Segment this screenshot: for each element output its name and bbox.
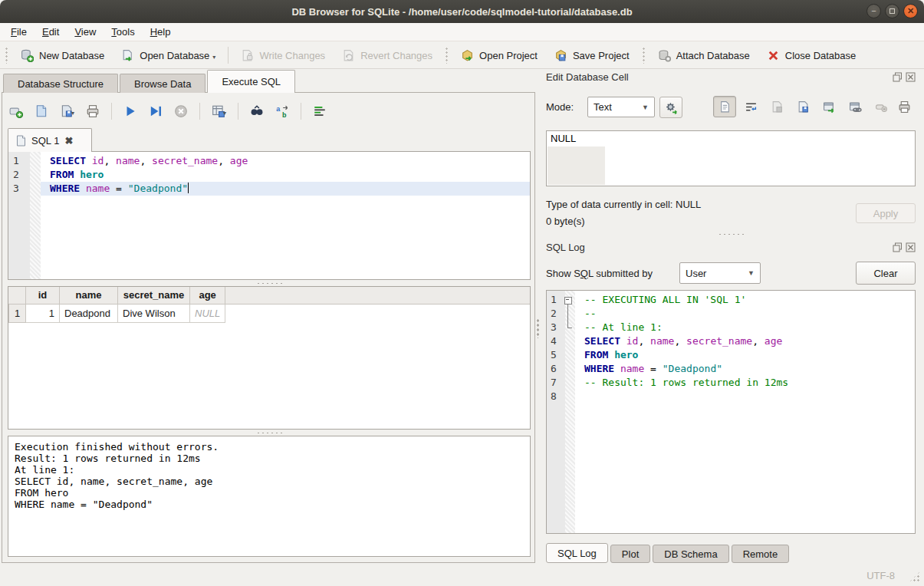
open-database-button[interactable]: Open Database ▾ — [117, 46, 220, 65]
import-cell-data-button[interactable] — [765, 96, 788, 117]
apply-button[interactable]: Apply — [856, 203, 916, 223]
menu-file[interactable]: File — [3, 24, 35, 40]
dock-tab-plot[interactable]: Plot — [610, 545, 650, 563]
close-dock-icon[interactable] — [906, 72, 916, 82]
menu-edit[interactable]: Edit — [35, 24, 67, 40]
new-sql-tab-button[interactable] — [9, 104, 23, 118]
open-project-button[interactable]: Open Project — [456, 46, 542, 65]
open-project-icon — [461, 49, 474, 62]
sql-editor[interactable]: 1SELECT id, name, secret_name, age2FROM … — [8, 151, 531, 280]
dock-splitter[interactable] — [546, 232, 916, 236]
column-header[interactable]: id — [26, 287, 60, 304]
execution-message-text: Execution finished without errors. Resul… — [8, 436, 530, 515]
export-cell-data-button[interactable] — [791, 96, 814, 117]
attach-database-button[interactable]: Attach Database — [653, 46, 755, 65]
mode-select[interactable]: Text ▼ — [587, 97, 655, 117]
print-cell-button[interactable] — [893, 96, 916, 117]
code-line[interactable]: 2FROM hero — [8, 168, 530, 182]
save-sql-file-button[interactable]: ▾ — [60, 104, 74, 118]
print-sql-button[interactable] — [86, 104, 100, 118]
find-button[interactable] — [250, 104, 264, 118]
copy-link-button[interactable] — [843, 96, 866, 117]
tab-browse-data[interactable]: Browse Data — [120, 74, 206, 93]
close-button[interactable]: ✕ — [903, 4, 918, 18]
float-dock-icon[interactable] — [893, 72, 903, 82]
sql-log-lines[interactable]: 1-- EXECUTING ALL IN 'SQL 1'2--3-- At li… — [547, 293, 915, 403]
table-row[interactable]: 11DeadpondDive WilsonNULL — [9, 304, 225, 322]
sql-editor-lines[interactable]: 1SELECT id, name, secret_name, age2FROM … — [8, 154, 530, 196]
dock-tab-remote[interactable]: Remote — [732, 545, 790, 563]
new-database-button[interactable]: New Database — [16, 46, 109, 65]
resize-grip[interactable] — [909, 571, 921, 583]
toolbar-drag-handle[interactable] — [642, 47, 646, 64]
execute-line-button[interactable] — [149, 104, 163, 118]
tab-database-structure[interactable]: Database Structure — [3, 74, 118, 93]
execution-message-box[interactable]: Execution finished without errors. Resul… — [8, 436, 531, 557]
code-line[interactable]: 1-- EXECUTING ALL IN 'SQL 1' — [547, 293, 915, 307]
minimize-button[interactable]: − — [866, 4, 881, 18]
save-results-dropdown-caret[interactable]: ▾ — [223, 110, 226, 118]
sql-log-view[interactable]: 1-- EXECUTING ALL IN 'SQL 1'2--3-- At li… — [546, 290, 916, 534]
results-message-splitter[interactable] — [8, 430, 531, 435]
code-line[interactable]: 3WHERE name = "Deadpond" — [8, 182, 530, 196]
save-dropdown-caret[interactable]: ▾ — [71, 110, 74, 118]
open-sql-file-button[interactable] — [35, 104, 48, 118]
toolbar-separator — [228, 47, 229, 64]
dock-tab-db-schema[interactable]: DB Schema — [653, 545, 728, 563]
code-line[interactable]: 3-- At line 1: — [547, 321, 915, 334]
float-dock-icon[interactable] — [893, 242, 903, 252]
title-bar[interactable]: DB Browser for SQLite - /home/user/code/… — [0, 0, 924, 23]
save-project-button[interactable]: Save Project — [550, 46, 634, 65]
stop-execution-button[interactable] — [174, 104, 188, 118]
menu-help[interactable]: Help — [143, 24, 179, 40]
table-cell[interactable]: NULL — [190, 304, 225, 322]
column-header[interactable]: name — [60, 287, 118, 304]
code-line[interactable]: 8 — [547, 390, 915, 403]
close-database-button[interactable]: Close Database — [762, 46, 861, 65]
code-line[interactable]: 2-- — [547, 307, 915, 321]
word-wrap-button[interactable] — [739, 96, 762, 117]
code-line[interactable]: 1SELECT id, name, secret_name, age — [8, 154, 530, 168]
tab-execute-sql[interactable]: Execute SQL — [207, 70, 295, 93]
editor-results-splitter[interactable] — [8, 281, 531, 285]
find-replace-button[interactable]: ab — [275, 104, 289, 118]
toolbar-drag-handle[interactable] — [5, 47, 8, 64]
main-toolbar: New Database Open Database ▾ Write Chang… — [0, 42, 924, 69]
maximize-button[interactable] — [885, 4, 899, 18]
table-cell[interactable]: Deadpond — [60, 304, 118, 322]
text-mode-button[interactable] — [713, 96, 736, 117]
results-grid[interactable]: idnamesecret_nameage11DeadpondDive Wilso… — [8, 286, 531, 430]
dock-tab-sql-log[interactable]: SQL Log — [546, 543, 608, 563]
execute-all-button[interactable] — [123, 104, 137, 118]
toolbar-drag-handle[interactable] — [445, 47, 449, 64]
open-database-dropdown-caret[interactable]: ▾ — [212, 54, 215, 62]
results-table[interactable]: idnamesecret_nameage11DeadpondDive Wilso… — [8, 287, 225, 323]
code-line[interactable]: 7-- Result: 1 rows returned in 12ms — [547, 376, 915, 390]
encoding-indicator[interactable]: UTF-8 — [866, 570, 895, 581]
sql-editor-tab[interactable]: SQL 1 ✖ — [8, 128, 92, 152]
menu-tools[interactable]: Tools — [104, 24, 142, 40]
save-results-button[interactable]: ▾ — [212, 104, 226, 118]
table-cell[interactable]: Dive Wilson — [118, 304, 190, 322]
write-changes-button[interactable]: Write Changes — [236, 46, 330, 65]
main-tab-bar: Database Structure Browse Data Execute S… — [3, 70, 297, 93]
column-header[interactable]: secret_name — [118, 287, 190, 304]
code-line[interactable]: 5FROM hero — [547, 348, 915, 362]
table-cell[interactable]: 1 — [26, 304, 60, 322]
close-dock-icon[interactable] — [906, 242, 916, 252]
open-in-external-button[interactable] — [817, 96, 840, 117]
cell-value-editor[interactable]: NULL — [546, 130, 916, 186]
log-filter-select[interactable]: User ▼ — [679, 262, 761, 284]
format-sql-button[interactable] — [313, 104, 327, 118]
code-line[interactable]: 6WHERE name = "Deadpond" — [547, 362, 915, 376]
column-header[interactable]: age — [190, 287, 225, 304]
main-vertical-splitter[interactable] — [535, 93, 540, 563]
menu-view[interactable]: View — [67, 24, 104, 40]
chevron-down-icon: ▼ — [642, 104, 649, 111]
close-sql-tab-icon[interactable]: ✖ — [64, 135, 73, 146]
cell-settings-button[interactable] — [659, 97, 682, 118]
set-null-button[interactable] — [870, 96, 893, 117]
code-line[interactable]: 4SELECT id, name, secret_name, age — [547, 334, 915, 348]
clear-log-button[interactable]: Clear — [856, 262, 916, 285]
revert-changes-button[interactable]: Revert Changes — [337, 46, 437, 65]
